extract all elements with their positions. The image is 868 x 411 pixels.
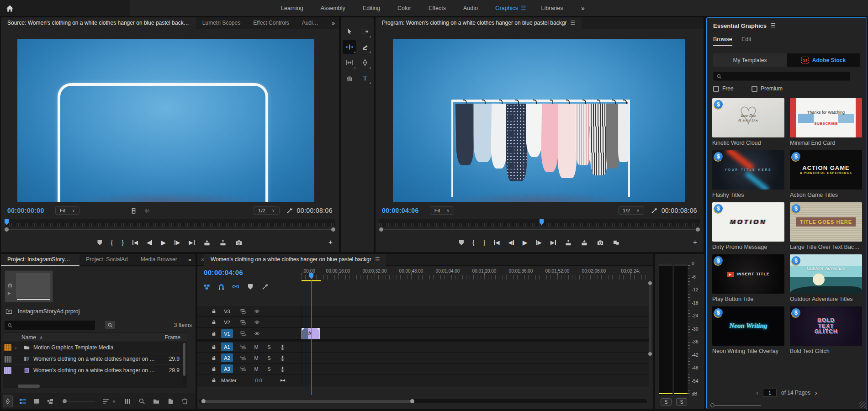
go-to-in-icon[interactable]: ◀ (494, 239, 499, 246)
step-forward-icon[interactable]: ▶ (536, 239, 542, 246)
find-button[interactable] (105, 321, 115, 329)
export-frame-icon[interactable] (597, 239, 604, 246)
go-to-out-icon[interactable]: ▶ (550, 239, 556, 246)
solo-button[interactable]: S (266, 344, 272, 350)
timeline-horizontal-scrollbar[interactable] (199, 399, 647, 403)
extract-icon[interactable] (581, 239, 588, 246)
close-icon[interactable]: × (201, 257, 204, 263)
template-card[interactable]: Thanks for WatchingSUBSCRIBE Minimal End… (790, 98, 862, 146)
source-playhead[interactable] (5, 219, 9, 225)
icon-view-button[interactable] (33, 398, 40, 405)
zoom-bar-right-handle[interactable] (696, 227, 700, 232)
lock-icon[interactable] (211, 308, 217, 314)
video-display-icon[interactable] (130, 207, 137, 214)
project-item-clip[interactable]: Women's clothing on a white clothes hang… (3, 365, 187, 376)
template-card[interactable]: $ACTION GAMEA POWERFUL EXPERIENCE Action… (790, 150, 862, 198)
timeline-vertical-scrollbar[interactable] (648, 281, 652, 395)
play-icon[interactable]: ▶ (523, 239, 528, 246)
track-target-a1[interactable]: A1 (221, 342, 233, 351)
page-next-icon[interactable]: › (815, 389, 817, 396)
overwrite-icon[interactable] (219, 239, 227, 246)
workspace-tab-learning[interactable]: Learning (272, 0, 312, 16)
go-to-out-icon[interactable]: ▶ (189, 239, 194, 246)
panel-tab-overflow-icon[interactable]: » (184, 256, 196, 263)
toggle-track-output-eye-icon[interactable] (254, 319, 260, 325)
source-timecode[interactable]: 00:00:00:00 (7, 207, 44, 214)
tab-source-clip[interactable]: Source: Women's clothing on a white clot… (1, 17, 196, 29)
tab-sequence[interactable]: Women's clothing on a white clothes hang… (204, 254, 386, 266)
label-color-chip[interactable] (4, 356, 11, 363)
solo-right-button[interactable]: S (676, 398, 687, 406)
selection-tool[interactable] (343, 25, 356, 38)
mute-button[interactable]: M (253, 366, 259, 372)
program-zoom-select[interactable]: Fit∨ (430, 206, 454, 215)
list-view-button[interactable] (19, 398, 26, 405)
vscroll-bottom-handle[interactable] (648, 352, 652, 356)
panel-menu-icon[interactable]: ☰ (375, 256, 380, 263)
add-marker-icon[interactable] (459, 240, 464, 245)
play-icon[interactable]: ▶ (161, 239, 166, 246)
track-v1[interactable]: V1 fx (197, 328, 649, 340)
ripple-edit-tool[interactable] (343, 40, 356, 54)
tab-browse[interactable]: Browse (713, 36, 732, 46)
lock-icon[interactable] (211, 319, 217, 325)
source-scrubber[interactable] (5, 219, 335, 227)
template-thumbnail[interactable]: Thanks for WatchingSUBSCRIBE (790, 98, 862, 137)
tab-lumetri-scopes[interactable]: Lumetri Scopes (196, 17, 247, 29)
zoom-slider[interactable] (63, 399, 95, 403)
new-item-button[interactable] (167, 398, 174, 405)
button-editor-plus-icon[interactable]: + (693, 238, 697, 247)
template-thumbnail[interactable]: $Neon Writing (712, 306, 784, 346)
program-scrubber[interactable] (379, 219, 700, 227)
workspace-tab-editing[interactable]: Editing (354, 0, 389, 16)
source-zoom-select[interactable]: Fit∨ (55, 206, 79, 215)
step-back-icon[interactable]: ◀ (147, 239, 152, 246)
slip-tool[interactable] (343, 56, 356, 69)
lock-icon[interactable] (211, 377, 217, 383)
list-horizontal-scrollbar[interactable] (18, 385, 40, 388)
settings-wrench-icon[interactable] (651, 207, 658, 214)
track-target-v3[interactable]: V3 (221, 307, 233, 316)
audio-meter-left[interactable] (659, 263, 673, 395)
voiceover-mic-icon[interactable] (280, 344, 286, 350)
template-card[interactable]: $MOTION Dirty Promo Message (712, 202, 784, 250)
program-playback-resolution-select[interactable]: 1/2∨ (618, 206, 644, 215)
sync-lock-icon[interactable] (240, 319, 246, 325)
program-zoom-bar[interactable] (379, 227, 700, 231)
page-previous-icon[interactable]: ‹ (756, 389, 758, 396)
timeline-timecode[interactable]: 00:00:04:06 (204, 269, 243, 276)
zoom-bar-right-handle[interactable] (331, 227, 335, 232)
mark-in-icon[interactable]: { (111, 239, 113, 246)
scroll-right-handle[interactable] (410, 399, 414, 403)
source-playback-resolution-select[interactable]: 1/2∨ (254, 206, 280, 215)
home-button[interactable] (5, 3, 15, 13)
automate-to-sequence-button[interactable] (124, 398, 131, 405)
add-marker-icon[interactable] (247, 284, 254, 290)
template-thumbnail[interactable]: $YOUR TITLE HERE (712, 150, 784, 190)
master-gain-value[interactable]: 0.0 (255, 378, 262, 383)
project-preview-thumbnail[interactable]: ▶ (5, 270, 53, 302)
project-file-row[interactable]: InstagramStoryAd.prproj (5, 308, 79, 315)
comparison-view-icon[interactable] (613, 239, 620, 246)
new-bin-button[interactable] (153, 398, 160, 405)
mark-in-icon[interactable]: { (472, 239, 475, 246)
toggle-track-output-eye-icon[interactable] (254, 308, 260, 314)
step-forward-icon[interactable]: ▶ (175, 239, 180, 246)
lock-icon[interactable] (211, 331, 217, 337)
column-name[interactable]: Name (21, 334, 36, 341)
template-card[interactable]: $TITLE GOES HERE Large Title Over Text B… (790, 202, 862, 250)
workspace-overflow-button[interactable]: » (581, 0, 584, 16)
chevron-down-icon[interactable]: ∨ (112, 399, 116, 404)
template-thumbnail[interactable]: $Jane Doe& John Doe (712, 98, 784, 137)
zoom-bar-left-handle[interactable] (5, 227, 9, 232)
snap-magnet-icon[interactable] (217, 284, 225, 290)
list-vertical-scrollbar[interactable] (183, 343, 186, 387)
label-color-chip[interactable] (4, 367, 11, 374)
audio-waveform-display-icon[interactable] (143, 207, 150, 214)
audio-meter-right[interactable] (674, 263, 688, 395)
track-master[interactable]: Master 0.0 ▶◀ (197, 374, 649, 386)
workspace-tab-effects[interactable]: Effects (420, 0, 455, 16)
delete-trash-button[interactable] (181, 398, 188, 405)
mute-button[interactable]: M (253, 344, 259, 350)
checkbox-free[interactable] (713, 86, 719, 92)
